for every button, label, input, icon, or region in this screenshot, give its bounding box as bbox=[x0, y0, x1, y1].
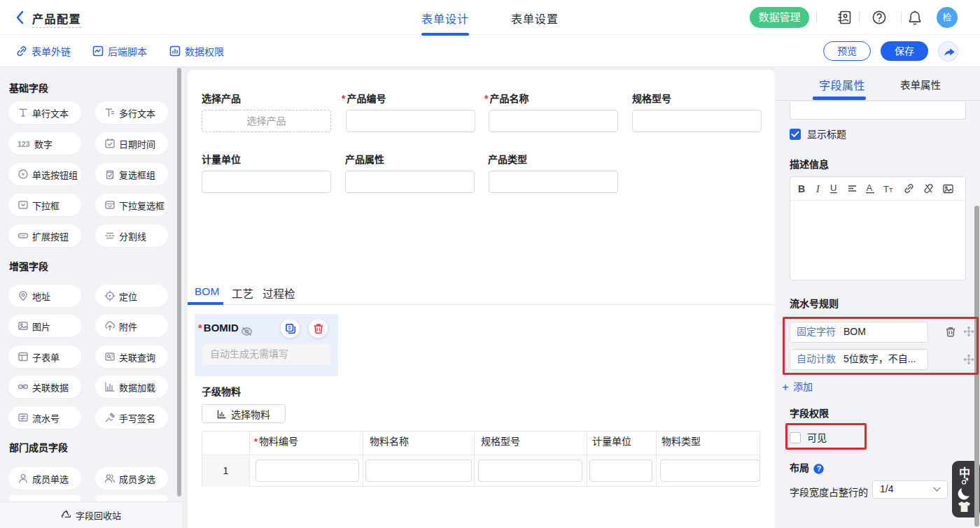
svg-text:123: 123 bbox=[18, 140, 30, 148]
svg-text:T: T bbox=[889, 187, 893, 193]
svg-text:U: U bbox=[830, 183, 836, 193]
svg-text:B: B bbox=[798, 184, 805, 194]
svg-text:A: A bbox=[866, 183, 872, 193]
svg-text:?: ? bbox=[817, 464, 821, 473]
svg-text:T: T bbox=[883, 184, 889, 193]
svg-text:I: I bbox=[816, 184, 820, 194]
